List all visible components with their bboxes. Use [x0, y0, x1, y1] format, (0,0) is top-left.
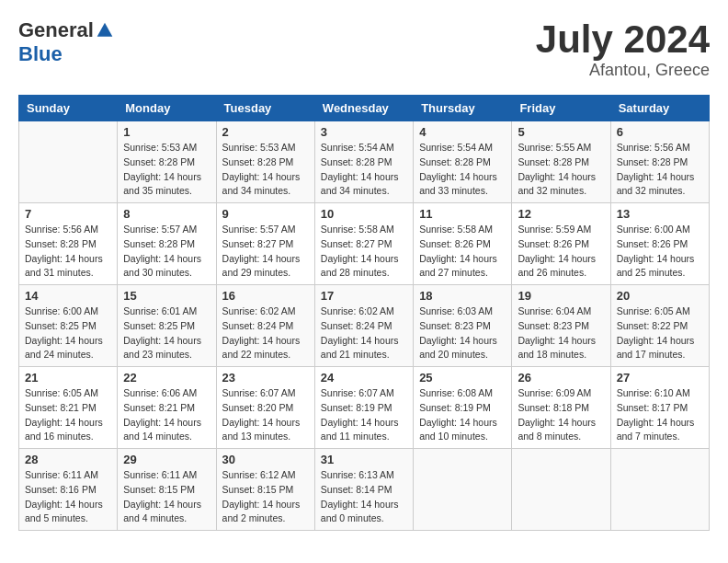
day-info: Sunrise: 5:56 AMSunset: 8:28 PMDaylight:… [617, 141, 703, 199]
day-cell: 29Sunrise: 6:11 AMSunset: 8:15 PMDayligh… [118, 449, 216, 531]
day-info: Sunrise: 6:12 AMSunset: 8:15 PMDaylight:… [222, 468, 309, 526]
day-number: 27 [617, 371, 703, 385]
month-title: July 2024 [536, 18, 710, 61]
week-row-1: 1Sunrise: 5:53 AMSunset: 8:28 PMDaylight… [19, 121, 710, 203]
day-info: Sunrise: 5:58 AMSunset: 8:26 PMDaylight:… [419, 223, 506, 281]
day-info: Sunrise: 5:55 AMSunset: 8:28 PMDaylight:… [518, 141, 604, 199]
day-cell: 14Sunrise: 6:00 AMSunset: 8:25 PMDayligh… [19, 285, 118, 367]
day-info: Sunrise: 6:11 AMSunset: 8:16 PMDaylight:… [25, 468, 111, 526]
week-row-3: 14Sunrise: 6:00 AMSunset: 8:25 PMDayligh… [19, 285, 710, 367]
day-number: 8 [123, 207, 210, 221]
day-number: 4 [419, 125, 506, 139]
day-number: 15 [123, 289, 210, 303]
day-number: 11 [419, 207, 506, 221]
day-number: 20 [617, 289, 703, 303]
day-number: 14 [25, 289, 111, 303]
day-info: Sunrise: 6:03 AMSunset: 8:23 PMDaylight:… [419, 304, 506, 362]
day-info: Sunrise: 6:11 AMSunset: 8:15 PMDaylight:… [123, 468, 210, 526]
day-info: Sunrise: 6:07 AMSunset: 8:19 PMDaylight:… [321, 386, 407, 444]
header-day-thursday: Thursday [414, 96, 512, 121]
day-number: 12 [518, 207, 604, 221]
day-number: 10 [321, 207, 407, 221]
week-row-2: 7Sunrise: 5:56 AMSunset: 8:28 PMDaylight… [19, 203, 710, 285]
day-cell [512, 449, 610, 531]
week-row-5: 28Sunrise: 6:11 AMSunset: 8:16 PMDayligh… [19, 449, 710, 531]
day-number: 13 [617, 207, 703, 221]
day-number: 3 [321, 125, 407, 139]
header-row: SundayMondayTuesdayWednesdayThursdayFrid… [19, 96, 710, 121]
header-day-friday: Friday [512, 96, 610, 121]
day-info: Sunrise: 6:05 AMSunset: 8:22 PMDaylight:… [617, 304, 703, 362]
day-info: Sunrise: 6:08 AMSunset: 8:19 PMDaylight:… [419, 386, 506, 444]
day-cell: 30Sunrise: 6:12 AMSunset: 8:15 PMDayligh… [216, 449, 314, 531]
logo-general-text: General [18, 18, 94, 42]
week-row-4: 21Sunrise: 6:05 AMSunset: 8:21 PMDayligh… [19, 367, 710, 449]
day-info: Sunrise: 6:00 AMSunset: 8:25 PMDaylight:… [25, 304, 111, 362]
day-cell: 24Sunrise: 6:07 AMSunset: 8:19 PMDayligh… [314, 367, 413, 449]
day-cell: 28Sunrise: 6:11 AMSunset: 8:16 PMDayligh… [19, 449, 118, 531]
day-number: 16 [222, 289, 309, 303]
day-cell: 8Sunrise: 5:57 AMSunset: 8:28 PMDaylight… [118, 203, 216, 285]
day-cell: 16Sunrise: 6:02 AMSunset: 8:24 PMDayligh… [216, 285, 314, 367]
day-number: 1 [123, 125, 210, 139]
header-day-tuesday: Tuesday [216, 96, 314, 121]
day-cell: 21Sunrise: 6:05 AMSunset: 8:21 PMDayligh… [19, 367, 118, 449]
day-info: Sunrise: 5:57 AMSunset: 8:27 PMDaylight:… [222, 223, 309, 281]
day-info: Sunrise: 6:07 AMSunset: 8:20 PMDaylight:… [222, 386, 309, 444]
day-info: Sunrise: 6:02 AMSunset: 8:24 PMDaylight:… [321, 304, 407, 362]
title-block: July 2024 Afantou, Greece [536, 18, 710, 80]
day-number: 22 [123, 371, 210, 385]
day-info: Sunrise: 5:59 AMSunset: 8:26 PMDaylight:… [518, 223, 604, 281]
day-number: 19 [518, 289, 604, 303]
day-info: Sunrise: 6:02 AMSunset: 8:24 PMDaylight:… [222, 304, 309, 362]
header-day-monday: Monday [118, 96, 216, 121]
day-number: 26 [518, 371, 604, 385]
day-number: 6 [617, 125, 703, 139]
day-info: Sunrise: 5:57 AMSunset: 8:28 PMDaylight:… [123, 223, 210, 281]
day-number: 24 [321, 371, 407, 385]
day-number: 2 [222, 125, 309, 139]
calendar-table: SundayMondayTuesdayWednesdayThursdayFrid… [18, 95, 710, 531]
day-cell: 22Sunrise: 6:06 AMSunset: 8:21 PMDayligh… [118, 367, 216, 449]
day-cell: 4Sunrise: 5:54 AMSunset: 8:28 PMDaylight… [414, 121, 512, 203]
day-info: Sunrise: 5:54 AMSunset: 8:28 PMDaylight:… [321, 141, 407, 199]
day-number: 7 [25, 207, 111, 221]
day-cell: 3Sunrise: 5:54 AMSunset: 8:28 PMDaylight… [314, 121, 413, 203]
header-day-wednesday: Wednesday [314, 96, 413, 121]
day-info: Sunrise: 6:10 AMSunset: 8:17 PMDaylight:… [617, 386, 703, 444]
day-cell: 20Sunrise: 6:05 AMSunset: 8:22 PMDayligh… [610, 285, 709, 367]
day-cell: 9Sunrise: 5:57 AMSunset: 8:27 PMDaylight… [216, 203, 314, 285]
day-cell: 26Sunrise: 6:09 AMSunset: 8:18 PMDayligh… [512, 367, 610, 449]
day-cell: 15Sunrise: 6:01 AMSunset: 8:25 PMDayligh… [118, 285, 216, 367]
day-cell [19, 121, 118, 203]
day-cell: 7Sunrise: 5:56 AMSunset: 8:28 PMDaylight… [19, 203, 118, 285]
day-info: Sunrise: 6:00 AMSunset: 8:26 PMDaylight:… [617, 223, 703, 281]
day-info: Sunrise: 5:53 AMSunset: 8:28 PMDaylight:… [123, 141, 210, 199]
header-day-sunday: Sunday [19, 96, 118, 121]
svg-marker-0 [97, 23, 113, 37]
day-cell: 2Sunrise: 5:53 AMSunset: 8:28 PMDaylight… [216, 121, 314, 203]
day-info: Sunrise: 5:53 AMSunset: 8:28 PMDaylight:… [222, 141, 309, 199]
day-info: Sunrise: 5:58 AMSunset: 8:27 PMDaylight:… [321, 223, 407, 281]
page-header: General Blue July 2024 Afantou, Greece [18, 18, 710, 80]
day-cell: 17Sunrise: 6:02 AMSunset: 8:24 PMDayligh… [314, 285, 413, 367]
location: Afantou, Greece [536, 61, 710, 80]
day-info: Sunrise: 6:01 AMSunset: 8:25 PMDaylight:… [123, 304, 210, 362]
day-number: 23 [222, 371, 309, 385]
day-number: 29 [123, 453, 210, 466]
day-number: 28 [25, 453, 111, 466]
day-number: 5 [518, 125, 604, 139]
day-cell: 23Sunrise: 6:07 AMSunset: 8:20 PMDayligh… [216, 367, 314, 449]
day-cell: 25Sunrise: 6:08 AMSunset: 8:19 PMDayligh… [414, 367, 512, 449]
day-number: 25 [419, 371, 506, 385]
day-cell [414, 449, 512, 531]
day-number: 21 [25, 371, 111, 385]
day-number: 30 [222, 453, 309, 466]
day-cell: 1Sunrise: 5:53 AMSunset: 8:28 PMDaylight… [118, 121, 216, 203]
day-info: Sunrise: 6:04 AMSunset: 8:23 PMDaylight:… [518, 304, 604, 362]
day-info: Sunrise: 6:09 AMSunset: 8:18 PMDaylight:… [518, 386, 604, 444]
day-cell: 10Sunrise: 5:58 AMSunset: 8:27 PMDayligh… [314, 203, 413, 285]
header-day-saturday: Saturday [610, 96, 709, 121]
logo: General Blue [18, 18, 114, 66]
logo-icon [96, 21, 114, 40]
